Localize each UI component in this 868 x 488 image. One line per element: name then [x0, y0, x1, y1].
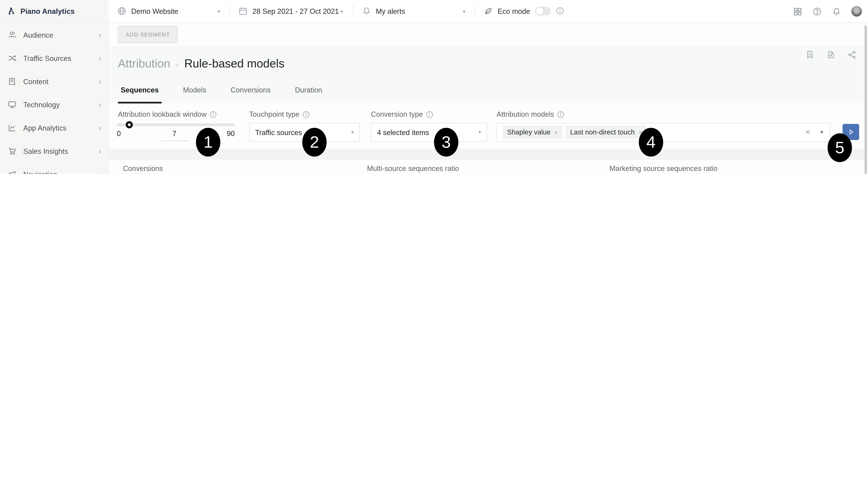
annotation-circle-5: 5	[828, 133, 852, 162]
lookback-label: Attribution lookback window	[118, 110, 207, 118]
info-icon[interactable]	[426, 110, 433, 118]
sidebar-item-label: Content	[23, 77, 99, 86]
breadcrumb-separator-icon: ›	[176, 60, 179, 70]
piano-logo-icon	[7, 7, 16, 15]
topbar-right-icons: ⌄	[793, 6, 868, 17]
touchpoint-label: Touchpoint type	[249, 110, 300, 118]
remove-tag-icon[interactable]: ×	[554, 129, 558, 136]
export-report-icon[interactable]	[827, 50, 835, 59]
chevron-right-icon: ›	[99, 147, 101, 156]
chevron-right-icon: ›	[99, 100, 101, 109]
chevron-right-icon: ›	[99, 123, 101, 132]
tab-sequences[interactable]: Sequences	[118, 83, 161, 103]
breadcrumb-parent[interactable]: Attribution	[118, 57, 170, 70]
lookback-label-row: Attribution lookback window	[118, 110, 217, 118]
page-title: Rule-based models	[184, 57, 284, 70]
apps-grid-icon[interactable]	[793, 7, 802, 16]
chevron-right-icon: ›	[99, 170, 101, 174]
annotation-circle-1: 1	[196, 128, 220, 157]
site-selector[interactable]: Demo Website	[117, 0, 178, 22]
chevron-right-icon: ›	[99, 30, 101, 39]
lookback-slider-thumb[interactable]	[126, 121, 133, 128]
kpi-card	[108, 160, 868, 174]
lookback-value-input[interactable]: 7	[160, 130, 189, 141]
sidebar-item-label: Audience	[23, 31, 99, 39]
chevron-down-icon: ▾	[340, 9, 343, 14]
models-multiselect[interactable]: Shapley value×Last non-direct touch× ✕ ▼	[497, 123, 830, 141]
sidebar-item-content[interactable]: Content›	[0, 70, 108, 93]
conversion-value: 4 selected items	[377, 128, 429, 136]
sidebar-item-label: Traffic Sources	[23, 54, 99, 62]
info-icon[interactable]	[557, 110, 565, 118]
globe-icon	[117, 7, 126, 15]
sidebar-item-navigation[interactable]: Navigation›	[0, 163, 108, 174]
brand-name: Piano Analytics	[21, 7, 75, 15]
user-avatar[interactable]	[851, 6, 862, 17]
sidebar-item-traffic-sources[interactable]: Traffic Sources›	[0, 46, 108, 70]
info-icon[interactable]	[210, 110, 217, 118]
notifications-bell-icon[interactable]	[832, 7, 841, 16]
chevron-right-icon: ›	[99, 77, 101, 86]
sidebar-item-sales-insights[interactable]: Sales Insights›	[0, 139, 108, 163]
info-icon	[556, 7, 564, 15]
cart-icon	[8, 147, 17, 156]
conversion-label: Conversion type	[371, 110, 423, 118]
kpi-label: Marketing source sequences ratio	[610, 164, 718, 172]
chevron-down-icon: ▾	[351, 130, 354, 135]
cursor-icon	[8, 170, 17, 174]
eco-mode-toggle[interactable]	[535, 7, 551, 15]
sidebar-item-label: Technology	[23, 100, 99, 109]
lookback-slider[interactable]	[117, 123, 235, 126]
share-icon[interactable]	[847, 50, 856, 59]
kpi-label: Conversions	[123, 164, 163, 172]
bookmark-icon[interactable]	[805, 50, 814, 59]
scrollbar-thumb[interactable]	[865, 26, 867, 174]
sidebar-item-technology[interactable]: Technology›	[0, 93, 108, 116]
add-segment-button[interactable]: ADD SEGMENT	[118, 26, 178, 43]
tab-models[interactable]: Models	[180, 83, 209, 103]
sidebar-item-label: Navigation	[23, 170, 99, 174]
chevron-right-icon: ›	[99, 54, 101, 63]
annotation-circle-3: 3	[434, 128, 458, 157]
brand: Piano Analytics	[0, 0, 108, 22]
sidebar-item-label: App Analytics	[23, 124, 99, 132]
models-label-row: Attribution models	[497, 110, 565, 118]
monitor-icon	[8, 100, 17, 109]
help-icon[interactable]	[812, 7, 822, 16]
model-tags: Shapley value×Last non-direct touch×	[503, 126, 647, 139]
lookback-min: 0	[117, 130, 121, 138]
chevron-down-icon: ▾	[218, 9, 220, 14]
line-chart-icon	[8, 123, 17, 132]
model-tag-label: Last non-direct touch	[570, 128, 635, 136]
annotation-circle-4: 4	[639, 128, 663, 157]
leaf-icon	[484, 7, 493, 15]
model-tag[interactable]: Shapley value×	[503, 126, 562, 139]
document-icon	[8, 77, 17, 86]
kpi-multi-source-sequences-ratio: Multi-source sequences ratio28.4 %	[367, 164, 459, 174]
top-bar: Piano Analytics Demo Website ▾ 28 Sep 20…	[0, 0, 868, 23]
clear-selection-icon[interactable]: ✕	[805, 128, 810, 136]
divider	[352, 4, 353, 18]
my-alerts-label: My alerts	[376, 7, 405, 15]
divider	[474, 4, 475, 18]
info-icon[interactable]	[302, 110, 310, 118]
sidebar-item-app-analytics[interactable]: App Analytics›	[0, 116, 108, 139]
model-tag[interactable]: Last non-direct touch×	[566, 126, 647, 139]
piano-analytics-app: Piano Analytics Demo Website ▾ 28 Sep 20…	[0, 0, 868, 174]
dropdown-arrow-icon[interactable]: ▼	[819, 130, 824, 135]
touchpoint-value: Traffic sources	[255, 128, 302, 136]
conversion-label-row: Conversion type	[371, 110, 433, 118]
toggle-knob	[536, 7, 543, 15]
segment-bar: ADD SEGMENT	[108, 22, 868, 46]
date-range-picker[interactable]: 28 Sep 2021 - 27 Oct 2021	[239, 0, 339, 22]
my-alerts-menu[interactable]: My alerts	[362, 0, 405, 22]
shuffle-icon	[8, 54, 17, 63]
conversion-select[interactable]: 4 selected items ▾	[371, 123, 487, 141]
eco-mode-control: Eco mode	[484, 0, 564, 22]
tab-conversions[interactable]: Conversions	[228, 83, 273, 103]
models-label: Attribution models	[497, 110, 554, 118]
chevron-down-icon: ▾	[463, 9, 465, 14]
sidebar-item-audience[interactable]: Audience›	[0, 23, 108, 46]
tab-duration[interactable]: Duration	[292, 83, 325, 103]
sidebar-nav: Audience›Traffic Sources›Content›Technol…	[0, 22, 108, 174]
